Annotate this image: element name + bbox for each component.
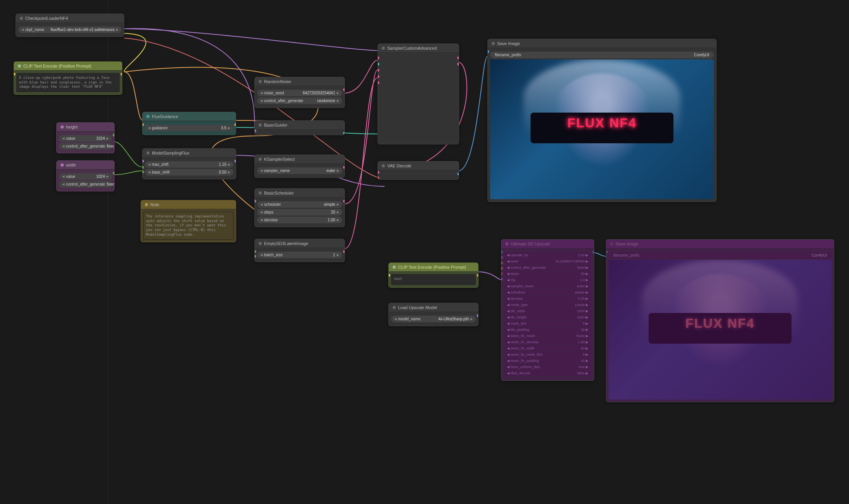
node-random-noise[interactable]: RandomNoise ◀noise_seed642729203254041▶ …: [254, 77, 345, 108]
widget-denoise[interactable]: ◀denoise1.00▶: [257, 217, 342, 223]
widget-sampler-name[interactable]: ◀sampler_nameeuler▶: [257, 167, 342, 174]
node-clip-text-encode-positive[interactable]: CLIP Text Encode (Positive Prompt) A clo…: [14, 61, 122, 95]
prompt-textbox-2[interactable]: test: [391, 274, 476, 285]
node-basic-guider[interactable]: BasicGuider: [254, 120, 345, 135]
node-note[interactable]: Note The reference sampling implementati…: [141, 200, 236, 242]
widget-height-value[interactable]: ◀value1024▶: [59, 135, 112, 142]
widget-steps[interactable]: ◀steps20▶: [257, 209, 342, 216]
node-ksampler-select[interactable]: KSamplerSelect ◀sampler_nameeuler▶: [254, 155, 345, 178]
widget-filename-prefix[interactable]: filename_prefixComfyUI: [490, 52, 714, 58]
node-height[interactable]: height ◀value1024▶ ◀control_after_genera…: [56, 122, 115, 153]
widget-guidance[interactable]: ◀guidance3.5▶: [145, 125, 233, 131]
widget-height-cag[interactable]: ◀control_after_generatefixed▶: [59, 143, 112, 149]
widget-width-cag[interactable]: ◀control_after_generatefixed▶: [59, 181, 112, 188]
node-checkpoint-loader[interactable]: CheckpointLoaderNF4 ◀ckpt_nameflux/flux1…: [16, 14, 124, 37]
widget-base-shift[interactable]: ◀base_shift0.50▶: [145, 169, 233, 176]
widget-max-shift[interactable]: ◀max_shift1.15▶: [145, 161, 233, 168]
widget-noise-seed[interactable]: ◀noise_seed642729203254041▶: [257, 90, 342, 96]
node-save-image-2[interactable]: Save Image filename_prefixComfyUI FLUX N…: [606, 239, 834, 402]
widget-random-cag[interactable]: ◀control_after_generaterandomize▶: [257, 97, 342, 104]
node-sampler-custom-advanced[interactable]: SamplerCustomAdvanced: [378, 43, 459, 144]
widget-scheduler[interactable]: ◀schedulersimple▶: [257, 201, 342, 208]
prompt-textbox[interactable]: A close-up cyberpunk photo featuring a f…: [16, 73, 120, 92]
node-vae-decode[interactable]: VAE Decode: [378, 161, 459, 180]
widget-width-value[interactable]: ◀value1024▶: [59, 173, 112, 180]
output-image[interactable]: FLUX NF4: [490, 59, 714, 199]
node-width[interactable]: width ◀value1024▶ ◀control_after_generat…: [56, 160, 115, 191]
node-clip-text-encode-positive-2[interactable]: CLIP Text Encode (Positive Prompt) test: [388, 262, 478, 288]
node-model-sampling-flux[interactable]: ModelSamplingFlux ◀max_shift1.15▶ ◀base_…: [142, 148, 236, 179]
node-ultimate-sd-upscale[interactable]: Ultimate SD Upscale ◀ upscale_by2.00 ▶◀ …: [501, 239, 594, 381]
node-save-image[interactable]: Save Image filename_prefixComfyUI FLUX N…: [487, 39, 717, 202]
node-load-upscale-model[interactable]: Load Upscale Model ◀model_name4x-UltraSh…: [388, 303, 478, 326]
node-empty-latent-image[interactable]: EmptySD3LatentImage ◀batch_size1▶: [254, 239, 345, 262]
widget-ckpt-name[interactable]: ◀ckpt_nameflux/flux1-dev-bnb-nf4-v2.safe…: [18, 26, 122, 33]
widget-batch-size[interactable]: ◀batch_size1▶: [257, 252, 342, 258]
widget-upscale-model[interactable]: ◀model_name4x-UltraSharp.pth▶: [391, 316, 476, 322]
node-flux-guidance[interactable]: FluxGuidance ◀guidance3.5▶: [142, 112, 236, 135]
note-text: The reference sampling implementation au…: [143, 212, 233, 240]
node-basic-scheduler[interactable]: BasicScheduler ◀schedulersimple▶ ◀steps2…: [254, 188, 345, 227]
